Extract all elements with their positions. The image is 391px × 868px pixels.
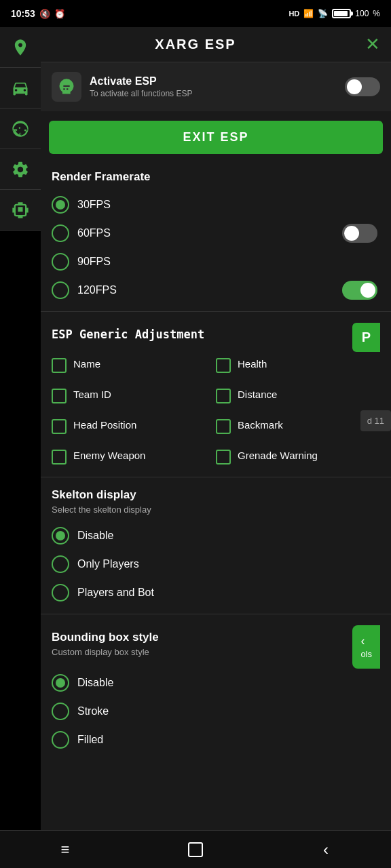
bbox-radio-filled[interactable]: Filled <box>52 726 380 754</box>
sidebar-item-target[interactable] <box>0 108 41 149</box>
divider-2 <box>41 477 391 477</box>
checkbox-distance[interactable]: Distance <box>216 382 380 409</box>
checkbox-box-health <box>216 358 231 373</box>
bottom-nav: ≡ ‹ <box>0 830 391 868</box>
checkbox-box-teamid <box>52 389 67 403</box>
radio-30fps[interactable]: 30FPS <box>52 191 380 219</box>
toggle-track-60fps[interactable] <box>342 224 377 243</box>
bottom-nav-menu[interactable]: ≡ <box>45 836 86 863</box>
car-icon <box>11 79 30 98</box>
skelton-radio-players-and-bot[interactable]: Players and Bot <box>52 578 380 607</box>
bounding-box-subtitle: Custom display box style <box>52 647 159 657</box>
sidebar-item-chip[interactable] <box>0 190 41 231</box>
sidebar <box>0 27 41 231</box>
checkbox-teamid[interactable]: Team ID <box>52 382 216 409</box>
time: 10:53 <box>11 8 35 19</box>
mute-icon: 🔇 <box>39 9 50 19</box>
menu-icon: ≡ <box>61 841 70 859</box>
skelton-radio-circle-players-and-bot <box>52 584 69 601</box>
esp-generic-adjustment-section: ESP Generic Adjustment P Name Health Tea… <box>41 315 391 474</box>
checkbox-label-health: Health <box>238 357 267 371</box>
radio-label-90fps: 90FPS <box>77 256 111 268</box>
radio-circle-30fps <box>52 196 69 214</box>
exit-esp-button[interactable]: EXIT ESP <box>49 121 383 154</box>
radio-circle-60fps <box>52 224 69 242</box>
radio-label-120fps: 120FPS <box>77 284 117 296</box>
skelton-radio-only-players[interactable]: Only Players <box>52 550 380 578</box>
render-framerate-section: Render Framerate 30FPS 60FPS 90FPS 120FP… <box>41 162 391 309</box>
bbox-radio-circle-stroke <box>52 703 69 720</box>
checkbox-box-name <box>52 358 67 373</box>
sidebar-item-settings[interactable] <box>0 149 41 190</box>
hd-badge: HD <box>288 9 299 18</box>
bottom-nav-home[interactable] <box>175 836 216 863</box>
checkbox-health[interactable]: Health <box>216 352 380 378</box>
sidebar-item-car[interactable] <box>0 68 41 108</box>
checkbox-box-enemy-weapon <box>52 450 67 465</box>
bbox-radio-label-stroke: Stroke <box>77 705 109 717</box>
fps-120-toggle[interactable] <box>342 281 377 300</box>
fps-60-toggle[interactable] <box>342 224 377 243</box>
sidebar-item-location[interactable] <box>0 27 41 68</box>
esp-app-icon <box>52 72 81 102</box>
checkbox-backmark[interactable]: Backmark <box>216 413 380 439</box>
radio-60fps[interactable]: 60FPS <box>52 219 342 248</box>
skelton-radio-circle-disable <box>52 527 69 545</box>
bounding-box-title: Bounding box style <box>52 631 159 644</box>
signal-icon: 📶 <box>303 9 314 18</box>
toggle-track[interactable] <box>345 77 380 96</box>
bbox-radio-circle-disable <box>52 674 69 692</box>
skelton-display-section: Skelton display Select the skelton displ… <box>41 480 391 611</box>
checkbox-label-head-position: Head Position <box>73 418 136 432</box>
checkbox-name[interactable]: Name <box>52 352 216 378</box>
main-content: Activate ESP To activate all functions E… <box>41 62 391 865</box>
esp-checkbox-grid: Name Health Team ID Distance Head Positi… <box>52 352 380 470</box>
skelton-subtitle: Select the skelton display <box>52 505 380 515</box>
skelton-radio-label-players-and-bot: Players and Bot <box>77 587 154 599</box>
checkbox-grenade-warning[interactable]: Grenade Warning <box>216 443 380 470</box>
bbox-radio-stroke[interactable]: Stroke <box>52 697 380 726</box>
bottom-nav-back[interactable]: ‹ <box>305 836 346 863</box>
checkbox-label-teamid: Team ID <box>73 388 111 401</box>
alarm-icon: ⏰ <box>54 9 65 19</box>
render-framerate-title: Render Framerate <box>52 170 380 184</box>
toggle-thumb-60fps <box>344 226 359 241</box>
bounding-box-section: Bounding box style Custom display box st… <box>41 617 391 758</box>
bbox-radio-disable[interactable]: Disable <box>52 669 380 697</box>
header-title: XARG ESP <box>155 37 236 52</box>
target-icon <box>11 119 30 138</box>
checkbox-label-distance: Distance <box>238 388 277 401</box>
divider-3 <box>41 614 391 614</box>
status-left: 10:53 🔇 ⏰ <box>11 8 65 19</box>
battery-icon <box>332 9 351 18</box>
activate-esp-info: Activate ESP To activate all functions E… <box>52 72 192 102</box>
radio-90fps[interactable]: 90FPS <box>52 248 380 276</box>
radio-120fps[interactable]: 120FPS <box>52 276 342 304</box>
checkbox-label-backmark: Backmark <box>238 418 283 432</box>
checkbox-box-distance <box>216 389 231 403</box>
back-icon: ‹ <box>323 840 329 859</box>
checkbox-enemy-weapon[interactable]: Enemy Weapon <box>52 443 216 470</box>
checkbox-label-name: Name <box>73 357 100 371</box>
activate-esp-title: Activate ESP <box>90 75 192 87</box>
wifi-icon: 📡 <box>318 9 328 18</box>
bbox-radio-circle-filled <box>52 731 69 749</box>
close-button[interactable]: ✕ <box>365 34 380 55</box>
chip-icon <box>11 201 30 220</box>
bbox-radio-label-filled: Filled <box>77 734 103 746</box>
activate-esp-text: Activate ESP To activate all functions E… <box>90 75 192 98</box>
skelton-radio-label-only-players: Only Players <box>77 558 139 570</box>
toggle-track-120fps[interactable] <box>342 281 377 300</box>
radio-label-60fps: 60FPS <box>77 227 111 239</box>
skull-icon <box>57 77 76 96</box>
activate-esp-toggle[interactable] <box>345 77 380 96</box>
skelton-radio-disable[interactable]: Disable <box>52 521 380 550</box>
skelton-title: Skelton display <box>52 488 380 502</box>
esp-generic-tab[interactable]: P <box>352 323 380 352</box>
checkbox-head-position[interactable]: Head Position <box>52 413 216 439</box>
status-right: HD 📶 📡 100% <box>288 9 380 18</box>
checkbox-box-head-position <box>52 419 67 434</box>
tools-tab[interactable]: ‹ols <box>352 625 380 669</box>
radio-label-30fps: 30FPS <box>77 199 111 211</box>
toggle-thumb-120fps <box>360 283 375 298</box>
